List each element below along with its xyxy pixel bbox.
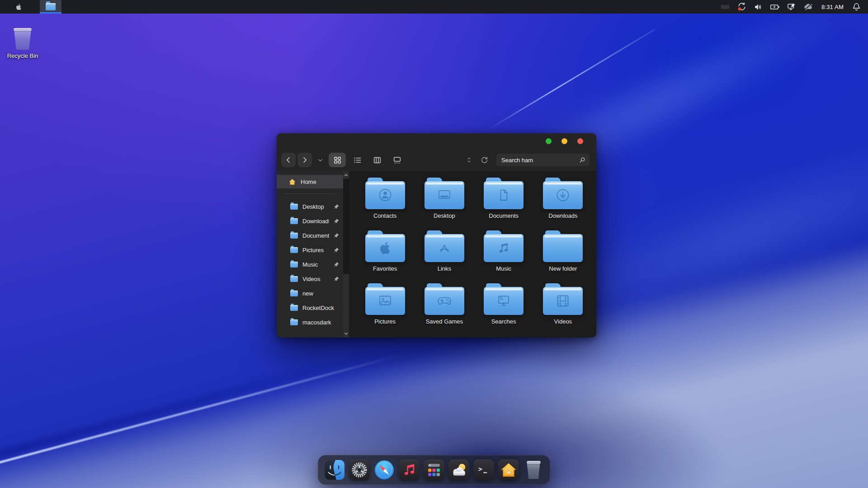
pin-icon[interactable]: [334, 204, 340, 210]
scroll-down-arrow-icon[interactable]: [343, 330, 349, 337]
cloud-offline-icon[interactable]: [803, 1, 814, 12]
folder-new-folder[interactable]: New folder: [535, 230, 590, 283]
pin-icon[interactable]: [334, 262, 340, 267]
folder-icon: [425, 283, 464, 315]
folder-documents[interactable]: Documents: [476, 178, 531, 230]
folder-searches[interactable]: Searches: [476, 283, 531, 336]
sidebar-item-macosdark[interactable]: macosdark: [277, 315, 343, 329]
folder-icon: [543, 283, 583, 315]
sidebar-item-label: RocketDock: [302, 305, 343, 311]
sidebar-item-pictures[interactable]: Pictures: [277, 243, 343, 257]
scroll-up-arrow-icon[interactable]: [343, 172, 349, 178]
folder-label: Searches: [491, 318, 516, 325]
refresh-icon: [481, 156, 488, 164]
folder-pictures[interactable]: Pictures: [358, 283, 413, 336]
folder-icon: [290, 204, 298, 210]
pin-icon[interactable]: [334, 247, 340, 253]
search-screen-glyph-icon: [484, 287, 524, 315]
pen-display-icon[interactable]: [787, 1, 797, 12]
back-button[interactable]: [281, 153, 296, 167]
dock-finder[interactable]: [324, 460, 345, 480]
search-input[interactable]: [500, 156, 579, 164]
scrollbar-thumb[interactable]: [343, 179, 349, 274]
notification-bell-icon[interactable]: [851, 1, 862, 12]
maximize-button[interactable]: [546, 138, 552, 144]
folder-desktop[interactable]: Desktop: [417, 178, 472, 230]
folder-label: Contacts: [373, 212, 396, 219]
forward-button[interactable]: [297, 153, 312, 167]
sidebar-item-rocketdock[interactable]: RocketDock: [277, 300, 343, 315]
dock-weather[interactable]: [448, 460, 469, 480]
folder-downloads[interactable]: Downloads: [535, 178, 590, 230]
window-titlebar[interactable]: [277, 133, 596, 149]
folder-saved-games[interactable]: Saved Games: [417, 283, 472, 336]
folder-icon: [365, 230, 405, 262]
recycle-bin-label: Recycle Bin: [7, 52, 38, 59]
sidebar-item-documents[interactable]: Documents: [277, 228, 343, 243]
grid-view-button[interactable]: [329, 153, 346, 167]
history-dropdown-button[interactable]: [317, 157, 323, 163]
launchpad-icon: [425, 461, 443, 479]
wallpaper-ridge-highlight: [0, 352, 406, 466]
list-view-button[interactable]: [349, 153, 366, 167]
sidebar-item-label: Documents: [302, 232, 329, 239]
folder-videos[interactable]: Videos: [535, 283, 590, 336]
volume-icon[interactable]: [753, 1, 764, 12]
folder-icon: [543, 178, 583, 209]
pin-icon[interactable]: [334, 233, 340, 239]
pin-icon[interactable]: [334, 276, 340, 282]
hidden-items-pill-icon[interactable]: [720, 1, 731, 12]
minimize-button[interactable]: [561, 138, 567, 144]
sidebar-scrollbar[interactable]: [343, 171, 349, 338]
apple-menu-button[interactable]: [12, 0, 25, 14]
dock-terminal[interactable]: >: [473, 460, 494, 480]
dock-launchpad[interactable]: [424, 460, 444, 480]
sidebar-item-label: Pictures: [302, 247, 329, 253]
sidebar-item-home[interactable]: Home: [277, 175, 343, 188]
dock: >: [318, 455, 550, 485]
folder-label: Music: [496, 265, 511, 272]
gallery-view-button[interactable]: [388, 153, 406, 167]
chevron-down-icon: [317, 157, 323, 163]
pane-expander-button[interactable]: [467, 157, 472, 163]
folder-icon: [484, 283, 524, 315]
folder-links[interactable]: Links: [417, 230, 472, 283]
folder-label: Desktop: [434, 212, 455, 219]
sidebar-item-videos[interactable]: Videos: [277, 272, 343, 286]
clock[interactable]: 8:31 AM: [820, 4, 845, 10]
folder-icon: [290, 247, 298, 253]
folder-icon: [290, 262, 298, 267]
apple-logo-icon: [15, 3, 23, 11]
app-store-glyph-icon: [425, 234, 464, 262]
sync-alert-icon[interactable]: [736, 1, 747, 12]
recycle-bin-desktop-icon[interactable]: Recycle Bin: [5, 28, 40, 59]
svg-text:>: >: [478, 465, 482, 473]
folder-music[interactable]: Music: [476, 230, 531, 283]
folder-icon: [543, 230, 583, 262]
dock-safari[interactable]: [374, 460, 395, 480]
apple-glyph-icon: [365, 234, 405, 262]
sidebar-item-new[interactable]: new: [277, 286, 343, 300]
pin-icon[interactable]: [334, 218, 340, 224]
folder-contacts[interactable]: Contacts: [358, 178, 413, 230]
file-explorer-window: Home Desktop Downloads Documents: [277, 133, 596, 338]
taskbar-file-explorer-button[interactable]: [40, 0, 61, 14]
close-button[interactable]: [577, 138, 583, 144]
view-mode-buttons: [329, 153, 406, 167]
refresh-button[interactable]: [481, 156, 488, 164]
battery-icon[interactable]: [770, 1, 781, 12]
sidebar-item-music[interactable]: Music: [277, 257, 343, 272]
sidebar-item-desktop[interactable]: Desktop: [277, 199, 343, 214]
chevron-left-icon: [285, 156, 292, 164]
dock-music[interactable]: [399, 460, 420, 480]
folder-icon: [46, 3, 56, 10]
dock-home[interactable]: [498, 460, 519, 480]
search-box: [496, 154, 590, 166]
dock-trash[interactable]: [523, 460, 544, 480]
folder-icon: [290, 291, 298, 296]
trash-bucket-icon: [14, 28, 32, 50]
folder-favorites[interactable]: Favorites: [358, 230, 413, 283]
sidebar-item-downloads[interactable]: Downloads: [277, 214, 343, 228]
dock-system-settings[interactable]: [349, 460, 370, 480]
columns-view-button[interactable]: [368, 153, 386, 167]
